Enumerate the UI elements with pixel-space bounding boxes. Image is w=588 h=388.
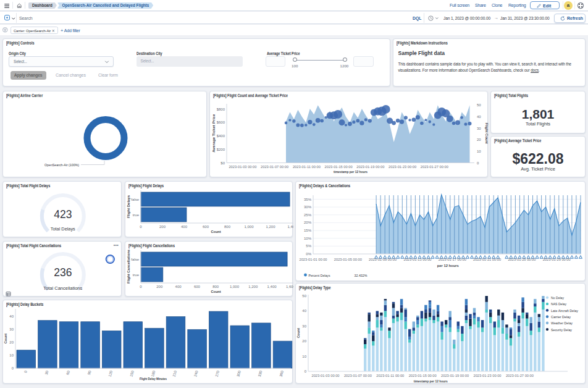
svg-text:No Delay: No Delay	[551, 295, 565, 300]
svg-text:0: 0	[23, 370, 28, 373]
svg-text:236: 236	[54, 266, 72, 279]
svg-text:2023-01-19 00:00: 2023-01-19 00:00	[356, 165, 385, 169]
svg-text:1,400: 1,400	[287, 225, 293, 229]
svg-text:2023-01-27 00:00: 2023-01-27 00:00	[421, 165, 449, 169]
svg-text:Percent Delays: Percent Delays	[309, 273, 330, 277]
svg-text:30: 30	[477, 127, 481, 130]
svg-text:2023-01-07 00:00: 2023-01-07 00:00	[344, 374, 372, 377]
svg-text:Count: Count	[211, 289, 221, 293]
svg-text:1,200: 1,200	[248, 285, 258, 289]
svg-text:270: 270	[215, 370, 220, 377]
svg-text:90: 90	[87, 370, 92, 376]
svg-text:$200: $200	[217, 148, 225, 151]
svg-text:$800: $800	[217, 108, 225, 111]
svg-text:1,600: 1,600	[286, 285, 293, 289]
svg-text:true: true	[133, 213, 140, 217]
svg-text:2023-01-15 00:00: 2023-01-15 00:00	[325, 165, 353, 169]
svg-text:423: 423	[54, 208, 72, 221]
svg-text:20: 20	[302, 339, 306, 343]
svg-text:0: 0	[477, 161, 479, 165]
svg-text:Flight Delay Minutes: Flight Delay Minutes	[140, 376, 167, 381]
svg-text:2023-01-07 00:00: 2023-01-07 00:00	[261, 165, 289, 169]
svg-text:20: 20	[477, 138, 481, 141]
svg-text:210: 210	[172, 370, 178, 377]
svg-text:2023-01-13 00:00: 2023-01-13 00:00	[404, 258, 432, 261]
svg-text:Weather Delay: Weather Delay	[551, 321, 573, 325]
svg-text:300: 300	[236, 370, 242, 377]
svg-text:Total Cancellations: Total Cancellations	[43, 285, 82, 291]
svg-text:50: 50	[477, 103, 481, 107]
svg-text:Flight Cancellations: Flight Cancellations	[126, 249, 130, 284]
svg-text:1,000: 1,000	[244, 225, 254, 229]
svg-text:1,200: 1,200	[266, 225, 275, 229]
svg-text:15%: 15%	[304, 229, 312, 232]
svg-text:120: 120	[108, 370, 114, 377]
svg-text:2023-01-11 00:00: 2023-01-11 00:00	[293, 165, 321, 169]
svg-text:2023-01-09 00:00: 2023-01-09 00:00	[369, 258, 397, 261]
svg-text:2023-01-17 00:00: 2023-01-17 00:00	[439, 258, 467, 261]
svg-text:35%: 35%	[304, 198, 312, 201]
svg-text:600: 600	[194, 285, 201, 289]
svg-text:NAS Delay: NAS Delay	[551, 302, 567, 306]
svg-text:Carrier Delay: Carrier Delay	[551, 314, 571, 319]
svg-text:200: 200	[156, 285, 163, 289]
svg-text:40: 40	[477, 115, 481, 119]
svg-text:2023-01-23 00:00: 2023-01-23 00:00	[388, 165, 417, 169]
svg-text:20%: 20%	[304, 221, 312, 224]
svg-text:2023-01-23 00:00: 2023-01-23 00:00	[474, 374, 502, 377]
svg-text:32.432%: 32.432%	[355, 273, 368, 277]
svg-text:400: 400	[181, 225, 188, 229]
svg-text:1,000: 1,000	[230, 285, 240, 289]
svg-text:2023-01-25 00:00: 2023-01-25 00:00	[508, 258, 536, 261]
svg-text:0: 0	[140, 285, 142, 289]
svg-text:400: 400	[175, 285, 182, 289]
svg-text:360: 360	[279, 370, 285, 377]
svg-text:0: 0	[12, 366, 14, 370]
svg-text:30: 30	[9, 327, 14, 331]
svg-text:Flight Delays: Flight Delays	[126, 195, 130, 218]
svg-text:Flight Count: Flight Count	[485, 123, 489, 144]
svg-text:30: 30	[302, 324, 306, 328]
svg-text:240: 240	[193, 370, 199, 377]
svg-text:2023-01-05 00:00: 2023-01-05 00:00	[334, 258, 363, 261]
svg-text:10: 10	[302, 355, 306, 358]
svg-text:2023-01-27 00:00: 2023-01-27 00:00	[506, 374, 534, 377]
svg-text:Count: Count	[3, 334, 7, 344]
svg-text:Security Delay: Security Delay	[551, 327, 573, 332]
svg-text:40: 40	[9, 314, 14, 318]
svg-text:30: 30	[44, 370, 49, 376]
svg-text:2023-01-15 00:00: 2023-01-15 00:00	[409, 374, 437, 377]
svg-text:0%: 0%	[306, 252, 311, 256]
svg-text:Average Ticket Price: Average Ticket Price	[211, 114, 216, 153]
svg-text:Count: Count	[211, 229, 221, 234]
svg-text:20: 20	[9, 340, 14, 344]
svg-text:10%: 10%	[304, 237, 312, 240]
svg-text:false: false	[131, 198, 139, 201]
svg-text:2023-01-29 00:00: 2023-01-29 00:00	[543, 258, 571, 261]
svg-text:Count: Count	[296, 328, 300, 338]
svg-text:30%: 30%	[304, 205, 312, 209]
svg-text:25%: 25%	[304, 213, 312, 217]
svg-text:2023-01-19 00:00: 2023-01-19 00:00	[441, 374, 469, 377]
svg-text:Late Aircraft Delay: Late Aircraft Delay	[551, 308, 579, 313]
svg-text:OpenSearch-Air (100%): OpenSearch-Air (100%)	[44, 162, 79, 167]
svg-text:600: 600	[203, 225, 209, 229]
svg-text:60: 60	[65, 370, 70, 376]
svg-text:2023-01-21 00:00: 2023-01-21 00:00	[473, 258, 502, 261]
svg-text:true: true	[133, 273, 140, 277]
svg-text:$400: $400	[217, 134, 225, 138]
svg-text:10: 10	[477, 150, 481, 153]
svg-text:2023-01-01 00:00: 2023-01-01 00:00	[300, 258, 328, 261]
svg-text:Total Delays: Total Delays	[51, 226, 75, 232]
svg-text:false: false	[131, 258, 139, 261]
svg-text:150: 150	[129, 370, 135, 377]
svg-text:330: 330	[258, 370, 263, 377]
svg-text:timestamp per 12 hours: timestamp per 12 hours	[414, 379, 448, 383]
svg-text:5%: 5%	[306, 244, 311, 248]
svg-text:2023-01-03 00:00: 2023-01-03 00:00	[312, 374, 340, 377]
svg-text:50: 50	[302, 294, 306, 298]
svg-text:800: 800	[224, 225, 231, 229]
svg-text:800: 800	[212, 285, 219, 289]
svg-text:200: 200	[159, 225, 166, 229]
svg-text:2023-01-03 00:00: 2023-01-03 00:00	[229, 165, 257, 169]
